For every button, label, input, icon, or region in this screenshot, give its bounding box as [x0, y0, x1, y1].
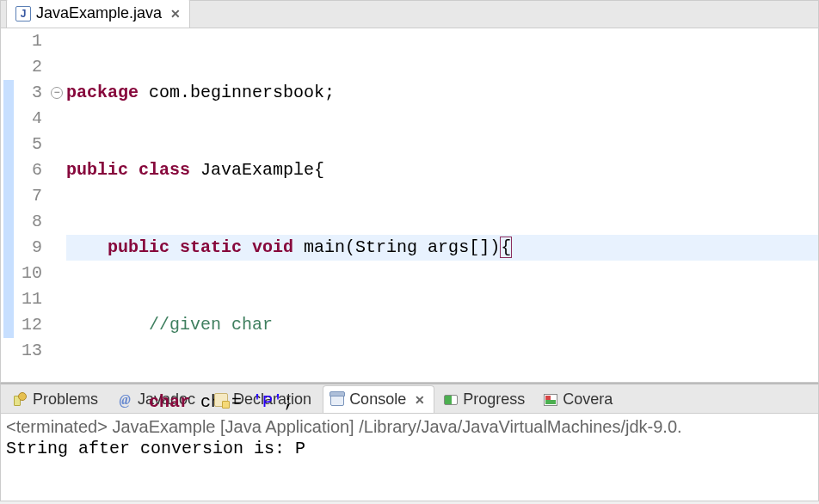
- gutter: 1 2 3 4 5 6 7 8 9 10 11 12 13 −: [1, 28, 66, 382]
- line-number: 4: [16, 106, 42, 132]
- line-number: 3: [16, 80, 42, 106]
- code-area[interactable]: 1 2 3 4 5 6 7 8 9 10 11 12 13 − package …: [1, 28, 818, 382]
- line-number: 13: [16, 338, 42, 364]
- editor-tab-javaexample[interactable]: J JavaExample.java ✕: [6, 0, 190, 28]
- line-number: 10: [16, 261, 42, 286]
- line-number: 11: [16, 286, 42, 312]
- line-number: 6: [16, 157, 42, 183]
- line-number: 2: [16, 54, 42, 80]
- line-number: 12: [16, 312, 42, 338]
- console-icon: [330, 394, 344, 406]
- coverage-icon: [544, 394, 557, 406]
- line-number: 9: [16, 235, 42, 261]
- code-line: [66, 467, 818, 493]
- editor-tab-label: JavaExample.java: [36, 4, 162, 22]
- progress-icon: [444, 395, 458, 405]
- line-number: 1: [16, 28, 42, 54]
- code-line: //given char: [66, 312, 818, 338]
- code-editor: J JavaExample.java ✕ 1 2 3 4 5 6 7 8 9 1…: [0, 0, 819, 383]
- code-line: public static void main(String args[]){: [66, 235, 818, 261]
- problems-icon: [12, 392, 28, 408]
- bracket-match: {: [500, 237, 512, 258]
- range-marker: [3, 80, 14, 338]
- line-number: 5: [16, 132, 42, 157]
- code-line: package com.beginnersbook;: [66, 80, 818, 106]
- line-numbers: 1 2 3 4 5 6 7 8 9 10 11 12 13: [16, 28, 49, 382]
- code-line: public class JavaExample{: [66, 157, 818, 183]
- editor-tab-bar: J JavaExample.java ✕: [1, 1, 818, 28]
- fold-collapse-icon[interactable]: −: [51, 87, 63, 99]
- marker-column: [1, 28, 16, 382]
- code-content[interactable]: package com.beginnersbook; public class …: [66, 28, 818, 382]
- line-number: 7: [16, 183, 42, 209]
- java-file-icon: J: [15, 6, 31, 22]
- fold-column: −: [49, 28, 66, 382]
- declaration-icon: [214, 393, 228, 407]
- code-line: char ch = 'P';: [66, 390, 818, 415]
- line-number: 8: [16, 209, 42, 235]
- close-icon[interactable]: ✕: [170, 7, 181, 21]
